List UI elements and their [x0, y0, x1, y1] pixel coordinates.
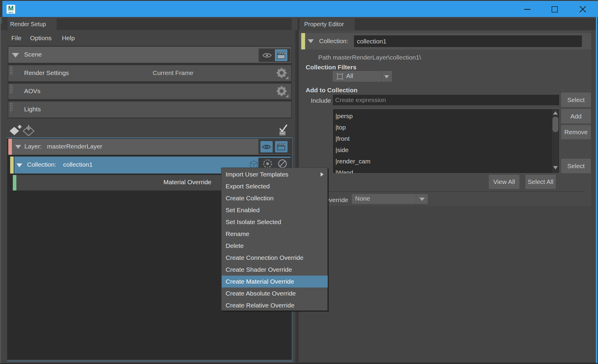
scroll-down-icon[interactable] — [553, 166, 558, 169]
tab-render-setup-label: Render Setup — [10, 21, 46, 27]
remove-button[interactable]: Remove — [561, 125, 591, 139]
menu-options[interactable]: Options — [30, 35, 51, 42]
isolate-select-icon[interactable] — [263, 159, 273, 169]
layer-row[interactable]: Layer: masterRenderLayer — [8, 139, 291, 155]
view-all-button[interactable]: View All — [489, 175, 519, 189]
list-item-persp[interactable]: |persp — [333, 110, 541, 122]
override-separator — [299, 191, 585, 192]
maximize-icon — [552, 6, 558, 13]
menu-item-set-enabled[interactable]: Set Enabled — [222, 204, 328, 216]
filter-dropdown-arrow-button[interactable] — [382, 71, 392, 82]
close-button[interactable] — [568, 1, 598, 17]
drag-handle-icon[interactable] — [10, 66, 13, 75]
lights-label: Lights — [24, 106, 41, 113]
scene-icon-box — [259, 49, 291, 62]
chevron-down-icon — [384, 75, 389, 78]
list-item-Wand[interactable]: |Wand — [333, 167, 541, 174]
render-settings-row[interactable]: Render Settings Current Frame — [8, 65, 291, 81]
lights-row[interactable]: Lights — [8, 101, 291, 118]
collection-collapse-icon[interactable] — [16, 163, 22, 167]
layer-tree-top-border — [7, 138, 292, 138]
scroll-up-icon[interactable] — [553, 111, 558, 115]
add-to-collection-header: Add to Collection — [306, 87, 357, 94]
collection-label: Collection: — [27, 161, 56, 168]
select-top-button[interactable]: Select — [561, 93, 591, 107]
layer-icon-box — [258, 139, 291, 154]
minimize-button[interactable] — [513, 1, 541, 17]
close-icon — [580, 6, 586, 13]
maximize-button[interactable] — [541, 1, 568, 17]
collection-name-value: collection1 — [357, 38, 386, 45]
menu-item-rename[interactable]: Rename — [222, 228, 328, 240]
list-item-render_cam[interactable]: |render_cam — [333, 156, 541, 167]
include-placeholder: Create expression — [335, 96, 386, 103]
select-bottom-button[interactable]: Select — [561, 159, 591, 173]
add-button[interactable]: Add — [561, 109, 591, 124]
menu-item-set-isolate-selected[interactable]: Set Isolate Selected — [222, 216, 328, 228]
layer-collapse-icon[interactable] — [15, 145, 21, 149]
window-left-edge — [0, 17, 1, 363]
collection-color-bar — [10, 157, 14, 174]
menu-file[interactable]: File — [11, 35, 21, 42]
create-layer-icon[interactable] — [9, 124, 22, 136]
titlebar[interactable] — [0, 1, 598, 17]
collection-property-collapse-icon[interactable] — [308, 39, 314, 43]
collection-property-bar — [301, 33, 305, 49]
override-dropdown[interactable]: None — [352, 194, 416, 204]
scene-header-row[interactable]: Scene — [8, 47, 291, 63]
list-scrollbar[interactable] — [552, 109, 559, 173]
clapperboard-icon — [277, 143, 285, 151]
menu-item-create-relative-override[interactable]: Create Relative Override — [222, 299, 328, 311]
maya-logo-icon: M MAYA — [7, 5, 15, 14]
tab-property-editor[interactable]: Property Editor — [299, 18, 355, 30]
list-item-top[interactable]: |top — [333, 122, 541, 133]
drag-handle-icon[interactable] — [10, 85, 13, 93]
eye-icon — [262, 143, 271, 150]
gear-icon[interactable] — [276, 67, 288, 80]
objects-list[interactable]: |persp|top|front|side|render_cam|Wand — [332, 109, 560, 174]
clapperboard-icon — [277, 51, 285, 59]
objects-list-items: |persp|top|front|side|render_cam|Wand — [333, 109, 550, 173]
override-color-bar — [13, 175, 16, 190]
filter-dropdown[interactable]: All — [333, 71, 381, 82]
menu-item-create-absolute-override[interactable]: Create Absolute Override — [222, 288, 328, 299]
submenu-arrow-icon — [321, 172, 324, 176]
collection-name-input[interactable]: collection1 — [354, 35, 582, 47]
eye-icon[interactable] — [262, 52, 272, 59]
material-override-label: Material Override — [163, 179, 211, 186]
override-dropdown-arrow-button[interactable] — [416, 194, 428, 204]
tab-render-setup[interactable]: Render Setup — [8, 18, 57, 30]
menu-item-export-selected[interactable]: Export Selected — [222, 180, 328, 192]
list-item-side[interactable]: |side — [333, 144, 541, 156]
menu-item-import-user-templates[interactable]: Import User Templates — [222, 168, 328, 180]
render-settings-value: Current Frame — [153, 69, 193, 76]
disable-icon[interactable] — [277, 159, 288, 169]
aovs-label: AOVs — [24, 88, 40, 95]
minimize-icon — [524, 9, 530, 10]
collection-path: Path masterRenderLayer\collection1\ — [318, 54, 421, 61]
drag-handle-icon[interactable] — [10, 102, 13, 111]
layer-name: masterRenderLayer — [47, 143, 102, 150]
gear-icon[interactable] — [276, 85, 288, 98]
menu-item-create-material-override[interactable]: Create Material Override — [222, 276, 328, 288]
menu-item-create-shader-override[interactable]: Create Shader Override — [222, 264, 328, 276]
titlebar-left-corner — [0, 0, 2, 17]
layer-render-button[interactable] — [275, 141, 288, 152]
menu-item-create-collection[interactable]: Create Collection — [222, 192, 328, 204]
select-all-button[interactable]: Select All — [525, 175, 556, 189]
menu-item-delete[interactable]: Delete — [222, 240, 328, 252]
list-item-front[interactable]: |front — [333, 133, 541, 144]
collection-name: collection1 — [63, 161, 93, 168]
isolate-list-icon[interactable] — [279, 124, 287, 135]
chevron-down-icon — [419, 198, 425, 201]
include-input[interactable]: Create expression — [332, 94, 560, 106]
menu-help[interactable]: Help — [62, 35, 75, 42]
menu-item-create-connection-override[interactable]: Create Connection Override — [222, 252, 328, 264]
scene-collapse-icon[interactable] — [12, 53, 19, 57]
aovs-row[interactable]: AOVs — [8, 84, 291, 99]
scene-label: Scene — [24, 51, 42, 58]
import-collection-icon[interactable] — [23, 124, 35, 136]
scrollbar-thumb[interactable] — [552, 117, 558, 132]
scene-render-button[interactable] — [275, 49, 287, 61]
layer-visibility-button[interactable] — [260, 141, 273, 152]
